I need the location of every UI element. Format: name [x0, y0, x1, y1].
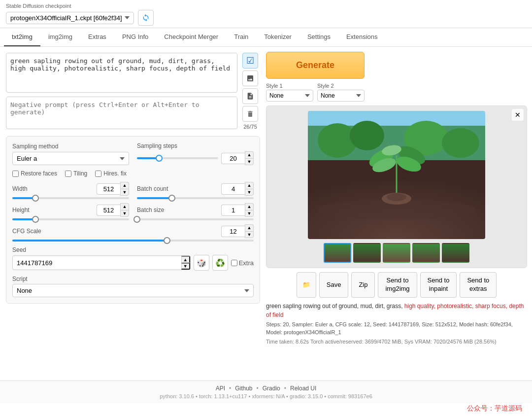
- tab-png-info[interactable]: PNG Info: [114, 28, 156, 46]
- batch-count-input[interactable]: ▲ ▼: [221, 182, 254, 196]
- batch-count-slider[interactable]: [137, 197, 254, 199]
- thumbnail-2[interactable]: [353, 243, 381, 263]
- batch-count-decrement[interactable]: ▼: [245, 189, 254, 196]
- checkpoint-label: Stable Diffusion checkpoint: [6, 3, 526, 9]
- height-decrement[interactable]: ▼: [120, 210, 129, 217]
- batch-count-increment[interactable]: ▲: [245, 182, 254, 189]
- watermark: 公众号：芋道源码: [0, 403, 532, 416]
- thumbnail-5[interactable]: [442, 243, 469, 263]
- checkbox-row: Restore faces Tiling Hires. fix: [12, 170, 254, 177]
- negative-prompt-box: [6, 97, 237, 129]
- restore-faces-checkbox[interactable]: Restore faces: [12, 170, 57, 177]
- seed-decrement[interactable]: ▼: [181, 263, 190, 270]
- width-label: Width: [12, 185, 28, 192]
- cfg-scale-input[interactable]: ▲ ▼: [221, 224, 254, 238]
- sampling-steps-slider[interactable]: [137, 157, 218, 159]
- main-image: [308, 111, 485, 239]
- footer-links: API • Github • Gradio • Reload UI: [8, 385, 524, 392]
- positive-prompt-input[interactable]: green sapling rowing out of ground, mud,…: [6, 53, 237, 91]
- zip-button[interactable]: Zip: [351, 272, 375, 298]
- sampling-steps-label: Sampling steps: [137, 142, 254, 149]
- sampling-method-label: Sampling method: [12, 143, 129, 150]
- seed-input-wrap: ▲ ▼: [12, 255, 191, 270]
- trash-icon-btn[interactable]: [242, 106, 258, 122]
- cfg-scale-label: CFG Scale: [12, 228, 41, 235]
- width-decrement[interactable]: ▼: [120, 189, 129, 196]
- batch-count-label: Batch count: [137, 185, 168, 192]
- batch-size-input[interactable]: ▲ ▼: [221, 203, 254, 217]
- cfg-decrement[interactable]: ▼: [245, 231, 254, 238]
- thumbnail-1[interactable]: [324, 243, 351, 263]
- generate-button[interactable]: Generate: [266, 52, 365, 79]
- style1-label: Style 1: [266, 83, 313, 89]
- steps-increment[interactable]: ▲: [245, 151, 254, 158]
- folder-icon: 📁: [302, 281, 310, 288]
- height-slider[interactable]: [12, 218, 129, 220]
- thumbnail-4[interactable]: [412, 243, 440, 263]
- sampling-steps-input[interactable]: ▲ ▼: [221, 151, 254, 165]
- cfg-increment[interactable]: ▲: [245, 224, 254, 231]
- refresh-button[interactable]: [138, 10, 154, 26]
- image-display-area: ✕: [266, 105, 527, 268]
- save-button[interactable]: Save: [319, 272, 349, 298]
- script-icon-btn[interactable]: [242, 88, 258, 104]
- negative-prompt-input[interactable]: [6, 97, 237, 127]
- tab-txt2img[interactable]: txt2img: [4, 28, 40, 46]
- api-link[interactable]: API: [216, 385, 225, 392]
- seed-dice-btn[interactable]: 🎲: [194, 255, 209, 271]
- close-image-btn[interactable]: ✕: [512, 109, 524, 121]
- style1-select[interactable]: None: [266, 90, 313, 102]
- tab-tokenizer[interactable]: Tokenizer: [256, 28, 299, 46]
- image-icon-btn[interactable]: [242, 70, 258, 86]
- height-input[interactable]: ▲ ▼: [97, 203, 129, 217]
- style2-label: Style 2: [317, 83, 365, 89]
- script-label: Script: [12, 276, 254, 282]
- extra-checkbox[interactable]: [231, 260, 237, 266]
- send-to-img2img-button[interactable]: Send toimg2img: [378, 272, 417, 298]
- tab-extensions[interactable]: Extensions: [338, 28, 386, 46]
- open-folder-button[interactable]: 📁: [297, 272, 316, 298]
- batch-size-increment[interactable]: ▲: [245, 203, 254, 210]
- prompt-toolbar: ☑ 26/75: [240, 53, 260, 133]
- send-to-inpaint-button[interactable]: Send toinpaint: [420, 272, 457, 298]
- tab-img2img[interactable]: img2img: [40, 28, 80, 46]
- tiling-checkbox[interactable]: Tiling: [65, 170, 87, 177]
- reload-ui-link[interactable]: Reload UI: [290, 385, 316, 392]
- tab-train[interactable]: Train: [226, 28, 256, 46]
- tab-extras[interactable]: Extras: [80, 28, 114, 46]
- cfg-scale-slider[interactable]: [12, 240, 254, 242]
- main-image-container: [271, 111, 522, 239]
- tab-settings[interactable]: Settings: [299, 28, 338, 46]
- seed-spin-btns: ▲ ▼: [181, 256, 190, 270]
- seed-input[interactable]: [13, 257, 181, 269]
- script-section: Script None: [12, 276, 254, 297]
- sampling-method-select[interactable]: Euler a: [12, 152, 129, 165]
- script-select[interactable]: None: [12, 284, 254, 297]
- batch-size-slider[interactable]: [137, 218, 254, 220]
- style2-select[interactable]: None: [317, 90, 365, 102]
- checkbox-icon-btn[interactable]: ☑: [242, 53, 258, 69]
- height-increment[interactable]: ▲: [120, 203, 129, 210]
- extra-checkbox-label[interactable]: Extra: [231, 259, 254, 267]
- prompt-normal-text: green sapling rowing out of ground, mud,…: [266, 303, 404, 310]
- send-to-extras-button[interactable]: Send toextras: [460, 272, 497, 298]
- github-link[interactable]: Github: [235, 385, 252, 392]
- generation-details: Steps: 20, Sampler: Euler a, CFG scale: …: [266, 320, 527, 337]
- checkpoint-select[interactable]: protogenX34OfficialR_1.ckpt [60fe2f34]: [6, 12, 134, 24]
- gradio-link[interactable]: Gradio: [263, 385, 280, 392]
- width-input[interactable]: ▲ ▼: [97, 182, 129, 196]
- width-increment[interactable]: ▲: [120, 182, 129, 189]
- height-label: Height: [12, 207, 30, 213]
- batch-size-decrement[interactable]: ▼: [245, 210, 254, 217]
- seed-increment[interactable]: ▲: [181, 256, 190, 263]
- svg-point-5: [442, 128, 479, 158]
- steps-decrement[interactable]: ▼: [245, 158, 254, 165]
- time-info: Time taken: 8.62s Torch active/reserved:…: [266, 338, 527, 346]
- thumbnail-3[interactable]: [383, 243, 410, 263]
- thumbnails: [271, 243, 522, 263]
- seed-recycle-btn[interactable]: ♻️: [212, 255, 228, 271]
- svg-point-3: [350, 121, 384, 150]
- width-slider[interactable]: [12, 197, 129, 199]
- hires-fix-checkbox[interactable]: Hires. fix: [95, 170, 127, 177]
- tab-checkpoint-merger[interactable]: Checkpoint Merger: [156, 28, 226, 46]
